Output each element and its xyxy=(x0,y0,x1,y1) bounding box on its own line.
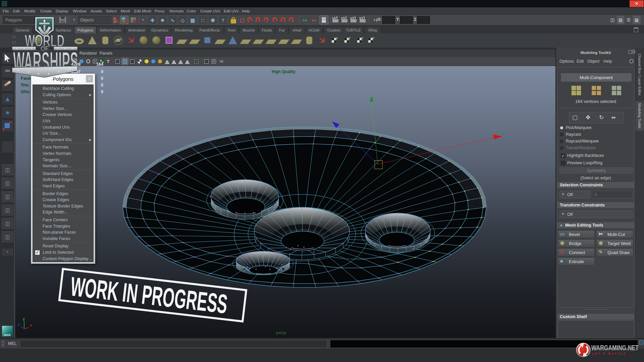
svg-text:WARGAMING.NET: WARGAMING.NET xyxy=(591,344,639,352)
svg-text:x: x xyxy=(30,323,32,327)
svg-text:z: z xyxy=(18,322,20,326)
svg-text:y: y xyxy=(23,317,25,321)
svg-text:LET'S BATTLE: LET'S BATTLE xyxy=(592,352,627,355)
